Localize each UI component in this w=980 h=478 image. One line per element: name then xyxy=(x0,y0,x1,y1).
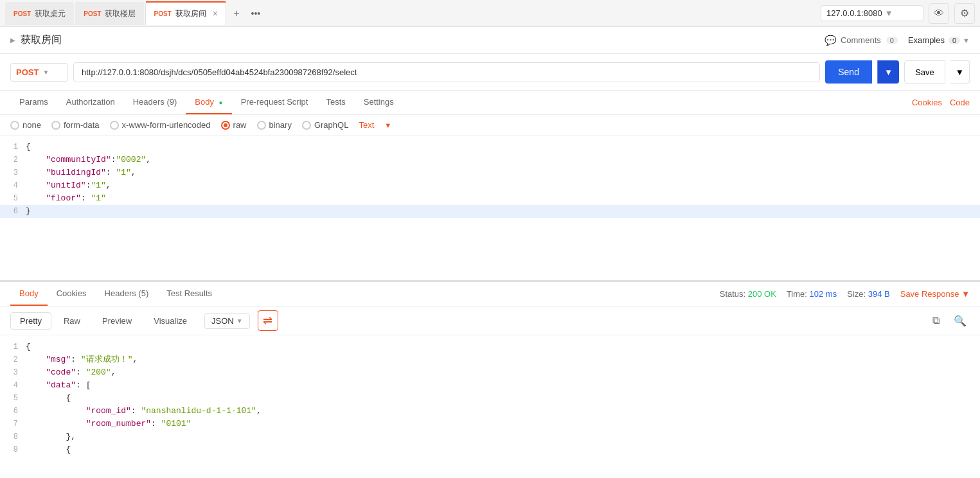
tab-tests[interactable]: Tests xyxy=(317,91,354,114)
tab-2-name: 获取楼层 xyxy=(105,8,136,19)
radio-urlencoded[interactable]: x-www-form-urlencoded xyxy=(110,120,211,130)
wrap-icon: ⇌ xyxy=(263,314,272,328)
tab-bar: POST 获取桌元 POST 获取楼层 POST 获取房间 × + ••• 12… xyxy=(0,0,980,27)
tab-2[interactable]: POST 获取楼层 xyxy=(75,2,144,25)
resp-view-tabs-right: ⧉ 🔍 xyxy=(926,311,970,330)
title-bar-right: 💬 Comments 0 Examples 0 ▼ xyxy=(824,35,970,46)
radio-binary-dot xyxy=(257,121,266,130)
comments-label: Comments xyxy=(841,35,881,45)
send-dropdown-button[interactable]: ▼ xyxy=(877,60,899,84)
radio-graphql[interactable]: GraphQL xyxy=(302,120,348,130)
rv-tab-raw[interactable]: Raw xyxy=(54,312,90,330)
text-format-label[interactable]: Text xyxy=(359,120,374,130)
tab-pre-request[interactable]: Pre-request Script xyxy=(232,91,317,114)
rv-tab-preview[interactable]: Preview xyxy=(93,312,141,330)
radio-raw[interactable]: raw xyxy=(221,120,247,130)
method-chevron-icon: ▼ xyxy=(42,69,49,76)
more-tabs-button[interactable]: ••• xyxy=(247,4,265,22)
tab-3-name: 获取房间 xyxy=(175,8,206,19)
code-line-2: 2 "communityId":"0002", xyxy=(0,154,980,166)
code-line-5: 5 "floor": "1" xyxy=(0,192,980,205)
tab-params[interactable]: Params xyxy=(10,91,57,114)
code-line-4: 4 "unitId":"1", xyxy=(0,179,980,192)
resp-tab-test-results[interactable]: Test Results xyxy=(157,282,221,306)
resp-line-6: 6 "room_id": "nanshanlidu-d-1-1-101", xyxy=(0,405,980,418)
settings-icon-button[interactable]: ⚙ xyxy=(954,3,975,24)
code-line-3: 3 "buildingId": "1", xyxy=(0,166,980,179)
resp-tab-body[interactable]: Body xyxy=(10,282,48,306)
radio-none[interactable]: none xyxy=(10,120,41,130)
request-title: 获取房间 xyxy=(21,33,62,47)
url-input[interactable] xyxy=(73,62,820,82)
radio-graphql-dot xyxy=(302,121,311,130)
tab-3-close[interactable]: × xyxy=(213,8,218,19)
save-dropdown-button[interactable]: ▼ xyxy=(950,60,970,84)
size-value: 394 B xyxy=(868,289,890,299)
rv-tab-visualize[interactable]: Visualize xyxy=(144,312,197,330)
method-select[interactable]: POST ▼ xyxy=(10,63,68,82)
comments-button[interactable]: 💬 Comments 0 xyxy=(824,35,898,46)
resp-line-2: 2 "msg": "请求成功！", xyxy=(0,353,980,366)
code-line-1: 1 { xyxy=(0,141,980,154)
request-body-editor[interactable]: 1 { 2 "communityId":"0002", 3 "buildingI… xyxy=(0,136,980,280)
resp-line-9: 9 { xyxy=(0,443,980,456)
radio-binary[interactable]: binary xyxy=(257,120,292,130)
eye-icon-button[interactable]: 👁 xyxy=(929,3,949,24)
tab-3[interactable]: POST 获取房间 × xyxy=(145,2,226,25)
tab-1-method: POST xyxy=(13,10,31,17)
tab-settings[interactable]: Settings xyxy=(355,91,403,114)
json-format-selector[interactable]: JSON ▼ xyxy=(204,313,250,329)
tab-1[interactable]: POST 获取桌元 xyxy=(5,2,74,25)
settings-icon: ⚙ xyxy=(960,7,969,19)
radio-raw-dot xyxy=(221,121,230,130)
env-value: 127.0.0.1:8080 xyxy=(826,8,882,18)
env-selector[interactable]: 127.0.0.1:8080 ▼ xyxy=(821,5,923,21)
main-content: ▶ 获取房间 💬 Comments 0 Examples 0 ▼ POST ▼ … xyxy=(0,27,980,478)
json-chevron-icon: ▼ xyxy=(236,317,243,324)
resp-tab-cookies[interactable]: Cookies xyxy=(48,282,96,306)
search-response-button[interactable]: 🔍 xyxy=(950,311,970,330)
radio-none-dot xyxy=(10,121,19,130)
size-info: Size: 394 B xyxy=(847,289,890,299)
examples-count: 0 xyxy=(949,37,960,44)
tab-authorization[interactable]: Authorization xyxy=(57,91,124,114)
save-button[interactable]: Save xyxy=(904,60,945,84)
examples-button[interactable]: Examples 0 ▼ xyxy=(908,35,970,45)
send-button[interactable]: Send xyxy=(825,60,872,84)
resp-line-7: 7 "room_number": "0101" xyxy=(0,418,980,430)
rv-tab-pretty[interactable]: Pretty xyxy=(10,312,51,330)
status-ok-badge: 200 OK xyxy=(748,289,776,299)
save-response-button[interactable]: Save Response ▼ xyxy=(900,289,970,299)
eye-icon: 👁 xyxy=(934,8,944,19)
radio-form-data[interactable]: form-data xyxy=(51,120,100,130)
copy-icon: ⧉ xyxy=(932,315,940,326)
response-view-tabs: Pretty Raw Preview Visualize JSON ▼ ⇌ ⧉ … xyxy=(0,306,980,335)
req-tabs-right: Cookies Code xyxy=(912,98,970,107)
time-value: 102 ms xyxy=(810,289,837,299)
resp-line-3: 3 "code": "200", xyxy=(0,366,980,379)
cookies-link[interactable]: Cookies xyxy=(912,98,942,107)
tab-headers[interactable]: Headers (9) xyxy=(124,91,186,114)
add-tab-button[interactable]: + xyxy=(227,4,245,22)
send-chevron-icon: ▼ xyxy=(884,67,893,77)
resp-line-4: 4 "data": [ xyxy=(0,379,980,392)
collapse-icon[interactable]: ▶ xyxy=(10,37,15,44)
body-options: none form-data x-www-form-urlencoded raw… xyxy=(0,115,980,136)
text-format-dropdown[interactable]: ▼ xyxy=(384,121,391,129)
resp-line-5: 5 { xyxy=(0,392,980,405)
status-label: Status: 200 OK xyxy=(720,289,776,299)
save-chevron-icon: ▼ xyxy=(956,67,964,77)
tab-1-name: 获取桌元 xyxy=(35,8,66,19)
examples-chevron-icon: ▼ xyxy=(963,37,970,44)
wrap-button[interactable]: ⇌ xyxy=(258,310,278,331)
chat-icon: 💬 xyxy=(824,35,837,46)
resp-line-1: 1 { xyxy=(0,341,980,353)
copy-icon-button[interactable]: ⧉ xyxy=(926,311,945,330)
code-link[interactable]: Code xyxy=(950,98,970,107)
url-bar: POST ▼ Send ▼ Save ▼ xyxy=(0,54,980,91)
tab-body[interactable]: Body ● xyxy=(186,91,231,114)
resp-tab-headers[interactable]: Headers (5) xyxy=(96,282,158,306)
response-code[interactable]: 1 { 2 "msg": "请求成功！", 3 "code": "200", 4… xyxy=(0,335,980,478)
resp-line-8: 8 }, xyxy=(0,430,980,443)
method-value: POST xyxy=(16,67,39,77)
